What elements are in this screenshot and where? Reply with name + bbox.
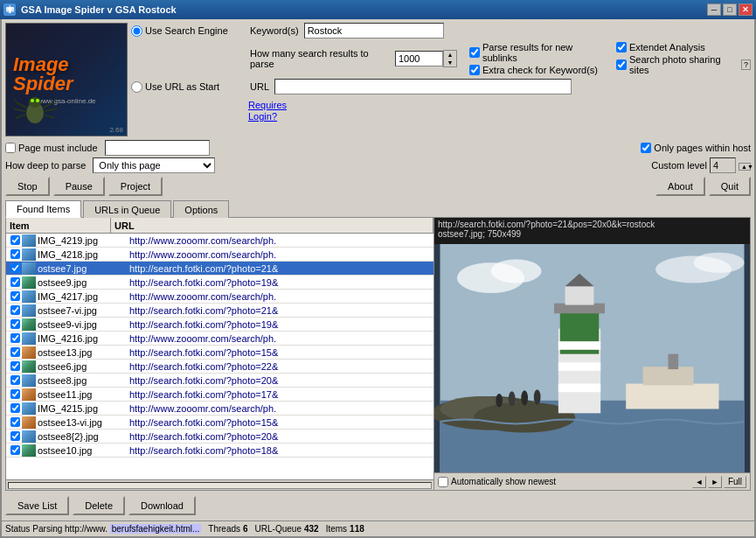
row-checkbox[interactable] [10,249,20,259]
row-checkbox-wrapper[interactable] [8,346,22,360]
row-checkbox-wrapper[interactable] [8,360,22,374]
row-checkbox[interactable] [10,375,20,385]
tab-options[interactable]: Options [173,200,229,218]
row-checkbox[interactable] [10,445,20,455]
list-row[interactable]: IMG_4219.jpg http://www.zooomr.com/searc… [6,234,433,248]
svg-line-6 [16,115,25,118]
delete-button[interactable]: Delete [73,496,125,515]
row-checkbox[interactable] [10,361,20,371]
list-body[interactable]: IMG_4219.jpg http://www.zooomr.com/searc… [6,234,433,479]
list-row[interactable]: IMG_4215.jpg http://www.zooomr.com/searc… [6,402,433,416]
row-checkbox-wrapper[interactable] [8,234,22,248]
row-checkbox[interactable] [10,291,20,301]
row-checkbox-wrapper[interactable] [8,262,22,276]
custom-level-spin[interactable]: ▲▼ [739,163,751,171]
list-row[interactable]: IMG_4216.jpg http://www.zooomr.com/searc… [6,332,433,346]
list-scrollbar[interactable] [6,479,433,490]
search-engine-radio[interactable] [131,25,142,37]
login-link[interactable]: Login? [248,111,287,122]
list-row[interactable]: ostsee8{2}.jpg http://search.fotki.com/?… [6,430,433,444]
parse-sublinks-checkbox[interactable] [469,47,480,58]
row-checkbox[interactable] [10,305,20,315]
list-row[interactable]: ostsee10.jpg http://search.fotki.com/?ph… [6,444,433,458]
list-row[interactable]: ostsee6.jpg http://search.fotki.com/?pho… [6,360,433,374]
extra-check-checkbox[interactable] [469,65,480,75]
parse-sublinks-label[interactable]: Parse results for new sublinks [469,42,604,63]
row-checkbox-wrapper[interactable] [8,430,22,444]
list-row[interactable]: ostsee9.jpg http://search.fotki.com/?pho… [6,276,433,290]
row-checkbox[interactable] [10,319,20,329]
requires-link[interactable]: Requires [248,100,287,110]
row-checkbox-wrapper[interactable] [8,248,22,262]
list-row[interactable]: ostsee7.jpg http://search.fotki.com/?pho… [6,262,433,276]
row-checkbox-wrapper[interactable] [8,332,22,346]
about-button[interactable]: About [655,177,705,196]
row-checkbox-wrapper[interactable] [8,416,22,430]
url-radio-label[interactable]: Use URL as Start [131,81,245,93]
list-row[interactable]: ostsee11.jpg http://search.fotki.com/?ph… [6,388,433,402]
url-radio[interactable] [131,81,142,93]
row-checkbox[interactable] [10,389,20,399]
spin-up-button[interactable]: ▲ [444,51,456,59]
quit-button[interactable]: Quit [709,177,751,196]
row-checkbox-wrapper[interactable] [8,402,22,416]
minimize-button[interactable]: ─ [707,3,721,16]
stop-button[interactable]: Stop [5,177,50,196]
full-button[interactable]: Full [724,476,746,488]
page-must-include-label[interactable]: Page must include [5,143,98,153]
extended-analysis-label[interactable]: Extendet Analysis [616,42,751,52]
row-checkbox-wrapper[interactable] [8,290,22,304]
prev-button[interactable]: ◄ [692,476,706,488]
row-checkbox-wrapper[interactable] [8,388,22,402]
depth-select[interactable]: Only this page 1 level deep 2 levels dee… [93,157,215,173]
list-row[interactable]: ostsee7-vi.jpg http://search.fotki.com/?… [6,304,433,318]
extended-analysis-checkbox[interactable] [616,42,627,52]
row-checkbox[interactable] [10,417,20,427]
results-count-input[interactable] [395,51,443,66]
page-must-include-input[interactable] [105,140,210,156]
save-list-button[interactable]: Save List [5,496,69,515]
close-button[interactable]: ✕ [739,3,753,16]
tab-urls-queue[interactable]: URLs in Queue [83,200,171,218]
tab-found-items[interactable]: Found Items [5,200,81,218]
row-checkbox[interactable] [10,235,20,245]
row-checkbox-wrapper[interactable] [8,318,22,332]
list-row[interactable]: ostsee8.jpg http://search.fotki.com/?pho… [6,374,433,388]
custom-level-input[interactable] [710,157,736,173]
row-checkbox-wrapper[interactable] [8,276,22,290]
row-checkbox[interactable] [10,403,20,413]
list-row[interactable]: IMG_4217.jpg http://www.zooomr.com/searc… [6,290,433,304]
search-photo-checkbox[interactable] [616,59,627,70]
download-button[interactable]: Download [128,496,196,515]
extra-check-label[interactable]: Extra check for Keyword(s) [469,65,604,75]
photo-help-icon[interactable]: ? [741,59,751,70]
list-row[interactable]: ostsee13-vi.jpg http://search.fotki.com/… [6,416,433,430]
row-checkbox-wrapper[interactable] [8,444,22,458]
list-row[interactable]: ostsee13.jpg http://search.fotki.com/?ph… [6,346,433,360]
auto-show-checkbox[interactable] [438,477,448,487]
row-checkbox[interactable] [10,263,20,273]
row-checkbox-wrapper[interactable] [8,304,22,318]
status-bar: Status Parsing http://www. berufsfaehigk… [2,521,754,536]
project-button[interactable]: Project [108,177,163,196]
only-pages-checkbox[interactable] [641,143,651,153]
list-row[interactable]: ostsee9-vi.jpg http://search.fotki.com/?… [6,318,433,332]
row-checkbox[interactable] [10,333,20,343]
row-checkbox-wrapper[interactable] [8,374,22,388]
row-checkbox[interactable] [10,431,20,441]
row-checkbox[interactable] [10,277,20,287]
auto-show-label[interactable]: Automatically show newest [438,477,556,487]
url-input[interactable] [274,79,572,94]
keyword-input[interactable] [304,23,444,38]
search-engine-radio-label[interactable]: Use Search Engine [131,25,245,37]
list-row[interactable]: IMG_4218.jpg http://www.zooomr.com/searc… [6,248,433,262]
next-button[interactable]: ► [708,476,722,488]
spin-down-button[interactable]: ▼ [444,59,456,66]
page-must-include-checkbox[interactable] [5,143,16,153]
horizontal-scrollbar[interactable] [8,482,432,489]
only-pages-check-label[interactable]: Only pages within host [641,143,751,153]
row-checkbox[interactable] [10,347,20,357]
pause-button[interactable]: Pause [53,177,105,196]
search-photo-label[interactable]: Search photo sharing sites ? [616,54,751,75]
maximize-button[interactable]: □ [723,3,737,16]
